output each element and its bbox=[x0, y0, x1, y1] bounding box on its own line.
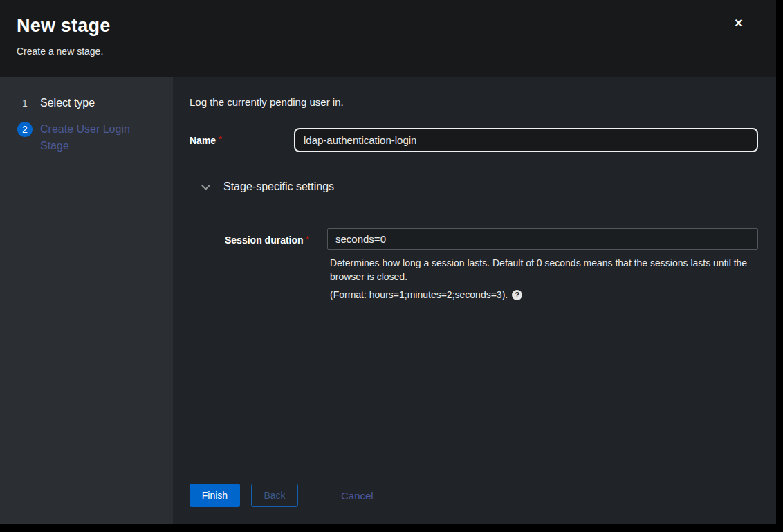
name-input[interactable] bbox=[294, 128, 758, 152]
help-question-icon[interactable]: ? bbox=[512, 290, 522, 300]
step-number-badge: 2 bbox=[17, 122, 33, 137]
new-stage-wizard-modal: New stage Create a new stage. ✕ 1 Select… bbox=[0, 0, 776, 524]
cancel-button[interactable]: Cancel bbox=[341, 484, 374, 507]
session-duration-help-text: Determines how long a session lasts. Def… bbox=[330, 256, 753, 284]
name-field-label: Name* bbox=[190, 135, 221, 146]
close-icon: ✕ bbox=[734, 17, 743, 29]
footer-divider bbox=[175, 466, 776, 466]
wizard-step-create-user-login-stage[interactable]: 2 Create User Login Stage bbox=[17, 121, 173, 154]
step-label: Create User Login Stage bbox=[40, 121, 137, 154]
required-marker: * bbox=[306, 235, 309, 243]
required-marker: * bbox=[219, 135, 221, 143]
stage-description: Log the currently pending user in. bbox=[190, 96, 344, 108]
step-label: Select type bbox=[40, 95, 95, 111]
modal-backdrop: New stage Create a new stage. ✕ 1 Select… bbox=[0, 0, 783, 532]
close-button[interactable]: ✕ bbox=[730, 15, 747, 32]
chevron-down-icon bbox=[201, 181, 210, 190]
wizard-step-select-type[interactable]: 1 Select type bbox=[17, 95, 173, 111]
modal-header: New stage Create a new stage. ✕ bbox=[0, 0, 776, 77]
page-subtitle: Create a new stage. bbox=[17, 46, 103, 57]
finish-button[interactable]: Finish bbox=[190, 484, 240, 507]
session-duration-field-label: Session duration* bbox=[225, 235, 309, 246]
wizard-content-pane: Log the currently pending user in. Name*… bbox=[173, 77, 776, 524]
stage-specific-settings-toggle[interactable]: Stage-specific settings bbox=[203, 181, 334, 193]
session-duration-format-text: (Format: hours=1;minutes=2;seconds=3). ? bbox=[330, 289, 522, 300]
back-button[interactable]: Back bbox=[251, 484, 298, 507]
modal-body: 1 Select type 2 Create User Login Stage … bbox=[0, 77, 776, 524]
step-number-badge: 1 bbox=[17, 95, 33, 111]
session-duration-input[interactable] bbox=[327, 228, 758, 250]
section-label: Stage-specific settings bbox=[223, 181, 334, 193]
wizard-steps-sidebar: 1 Select type 2 Create User Login Stage bbox=[0, 77, 173, 524]
page-title: New stage bbox=[17, 15, 110, 37]
